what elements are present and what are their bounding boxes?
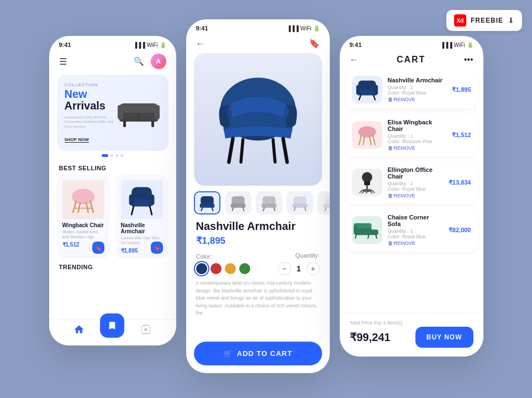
svg-line-32 [232, 208, 233, 211]
phone-cart: 9:41 ▐▐▐ WiFi 🔋 ← CART ••• [340, 36, 483, 357]
qty-minus-btn[interactable]: − [278, 262, 291, 275]
cart-item-3: Chaise Corner Sofa Quantity : 1 Color: R… [346, 208, 477, 252]
qty-label: Quantity: [295, 252, 319, 259]
thumb-2[interactable] [225, 191, 251, 214]
svg-rect-58 [364, 181, 370, 185]
svg-line-9 [73, 201, 76, 212]
thumb-5[interactable] [318, 191, 330, 214]
svg-line-29 [212, 208, 213, 211]
dot-1 [102, 154, 108, 157]
cart-nav-icon[interactable] [140, 324, 151, 338]
cart-item-remove-2[interactable]: 🗑 REMOVE [388, 193, 443, 198]
wifi-icon: WiFi [147, 42, 158, 48]
product-img-wingback [62, 180, 104, 219]
swatch-navy[interactable] [196, 263, 207, 274]
cart-item-price-1: ₹1,512 [452, 132, 471, 139]
banner-text: COLLECTION New Arrivals Lorem Ipsum Dolo… [65, 82, 117, 143]
svg-line-33 [243, 208, 244, 211]
svg-line-63 [365, 192, 367, 193]
banner-title-new: New [65, 88, 117, 100]
swatch-green[interactable] [239, 263, 250, 274]
cart-item-1: Elisa Wingback Chair Quantity : 1 Color:… [346, 113, 477, 156]
product-name-1: Nashville Armchair [121, 222, 163, 234]
svg-line-19 [150, 207, 152, 215]
svg-rect-49 [374, 85, 378, 95]
cart-item-img-2 [352, 169, 382, 196]
home-nav-icon[interactable] [73, 324, 85, 338]
menu-icon[interactable]: ☰ [59, 56, 67, 67]
product-hero [194, 53, 322, 186]
bookmark-btn-0[interactable]: 🔖 [92, 242, 104, 254]
cart-total-row: ₹99,241 BUY NOW [350, 327, 473, 348]
thumb-3[interactable] [256, 191, 282, 214]
more-options-icon[interactable]: ••• [464, 55, 473, 65]
download-icon[interactable]: ⬇ [508, 16, 514, 25]
svg-rect-35 [261, 203, 276, 207]
cart-item-price-2: ₹13,834 [449, 179, 471, 186]
search-icon[interactable]: 🔍 [134, 56, 144, 66]
cart-img-svg-3 [353, 220, 381, 240]
phone-home: 9:41 ▐▐▐ WiFi 🔋 ☰ 🔍 A COLLECTION New Arr… [49, 36, 176, 345]
cart-item-color-2: Color: Royal blue [388, 186, 443, 192]
bookmark-btn-1[interactable]: 🔖 [151, 242, 163, 254]
svg-line-22 [229, 139, 233, 163]
cart-item-info-2: Ellington Office Chair Quantity : 1 Colo… [388, 166, 443, 198]
battery-icon-c: 🔋 [467, 42, 473, 48]
svg-rect-4 [123, 121, 126, 127]
qty-plus-btn[interactable]: + [307, 262, 320, 275]
svg-rect-2 [118, 105, 123, 119]
banner-image [117, 95, 161, 131]
product-card-wingback[interactable]: Wingback Chair Modern Saddle Arms And Wo… [57, 175, 110, 259]
add-to-cart-button[interactable]: 🛒 ADD TO CART [194, 342, 322, 365]
bookmark-nav-btn[interactable] [100, 313, 124, 338]
swatch-red[interactable] [210, 263, 222, 274]
bookmark-icon-0: 🔖 [95, 245, 102, 251]
cart-item-remove-1[interactable]: 🗑 REMOVE [388, 145, 446, 151]
product-price: ₹1,895 [196, 235, 320, 247]
cart-item-info-1: Elisa Wingback Chair Quantity : 1 Color:… [388, 119, 446, 151]
cart-item-remove-0[interactable]: 🗑 REMOVE [388, 97, 446, 102]
thumb-1[interactable] [194, 191, 220, 214]
cart-item-qty-1: Quantity : 1 [388, 133, 446, 139]
status-icons-cart: ▐▐▐ WiFi 🔋 [440, 42, 473, 48]
product-card-nashville[interactable]: Nashville Armchair Curved With Two Tiers… [115, 175, 168, 259]
cart-item-info-3: Chaise Corner Sofa Quantity : 1 Color: R… [388, 214, 443, 246]
status-bar-home: 9:41 ▐▐▐ WiFi 🔋 [49, 36, 176, 50]
color-label: Color: [196, 253, 250, 260]
svg-line-61 [360, 191, 362, 193]
buy-now-button[interactable]: BUY NOW [415, 327, 473, 348]
bookmark-icon-header[interactable]: 🔖 [309, 38, 320, 49]
dot-2 [110, 154, 113, 157]
carousel-dots [49, 154, 176, 157]
cart-item-remove-3[interactable]: 🗑 REMOVE [388, 240, 443, 246]
stool-svg [68, 185, 98, 215]
thumb-4[interactable] [287, 191, 313, 214]
xd-icon: Xd [454, 14, 466, 27]
swatch-orange[interactable] [225, 263, 236, 274]
svg-rect-5 [151, 121, 154, 127]
sofa-svg [117, 95, 161, 128]
svg-line-62 [372, 191, 374, 193]
freebie-badge[interactable]: Xd FREEBIE ⬇ [446, 10, 522, 31]
dot-4 [120, 154, 123, 157]
add-to-cart-label: ADD TO CART [237, 349, 292, 358]
cart-item-name-3: Chaise Corner Sofa [388, 214, 443, 227]
svg-rect-27 [199, 203, 214, 207]
svg-line-25 [273, 139, 275, 162]
cart-item-qty-3: Quantity : 1 [388, 228, 443, 234]
svg-line-37 [273, 208, 275, 211]
cart-back-button[interactable]: ← [350, 55, 359, 65]
cart-total-label: Total Price For 4 Item(s) [350, 320, 473, 326]
svg-line-72 [376, 235, 376, 238]
shop-now-button[interactable]: SHOP NOW [65, 137, 89, 143]
back-button[interactable]: ← [196, 39, 205, 49]
phones-container: 9:41 ▐▐▐ WiFi 🔋 ☰ 🔍 A COLLECTION New Arr… [49, 36, 483, 373]
product-img-nashville [121, 180, 163, 219]
qty-controls: − 1 + [278, 262, 320, 275]
cart-footer: Total Price For 4 Item(s) ₹99,241 BUY NO… [340, 313, 483, 357]
product-description: A contemporary twist on classic mid-cent… [196, 280, 320, 317]
svg-point-57 [362, 172, 372, 182]
cart-item-img-3 [352, 216, 382, 244]
avatar[interactable]: A [151, 54, 166, 69]
status-icons-home: ▐▐▐ WiFi 🔋 [133, 42, 166, 48]
